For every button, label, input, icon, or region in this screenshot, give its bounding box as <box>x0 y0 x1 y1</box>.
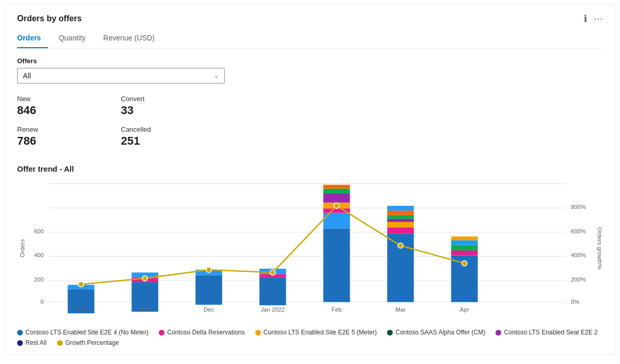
legend-label-6: Growth Percentage <box>65 339 119 346</box>
more-options-icon[interactable]: ⋯ <box>594 14 603 23</box>
growth-dot-jan <box>270 270 275 275</box>
svg-text:Orders: Orders <box>19 239 25 257</box>
tab-orders[interactable]: Orders <box>17 30 48 48</box>
legend-item-4: Contoso LTS Enabled Seat E2E 2 <box>495 329 598 336</box>
stat-cancelled-label: Cancelled <box>121 125 225 133</box>
dropdown-value: All <box>23 72 31 80</box>
chart-title: Offer trend - All <box>17 164 603 173</box>
stat-new-value: 846 <box>17 104 121 117</box>
legend-dot-4 <box>495 330 501 335</box>
stat-cancelled: Cancelled 251 <box>121 123 225 154</box>
stat-renew: Renew 786 <box>17 123 121 154</box>
svg-text:400%: 400% <box>571 252 586 258</box>
legend-label-0: Contoso LTS Enabled Site E2E 4 (No Meter… <box>25 329 148 336</box>
chevron-down-icon: ⌄ <box>214 72 219 79</box>
stat-cancelled-value: 251 <box>121 134 225 148</box>
bar-feb-red <box>323 185 350 188</box>
svg-text:0: 0 <box>40 299 44 305</box>
legend-label-1: Contoso Delta Reservations <box>167 329 244 336</box>
bar-feb-green <box>323 189 350 193</box>
bar-apr-orange <box>451 236 477 240</box>
legend-dot-5 <box>17 340 23 346</box>
growth-dot-feb <box>334 203 339 208</box>
chart-legend: Contoso LTS Enabled Site E2E 4 (No Meter… <box>17 329 603 346</box>
svg-text:Apr: Apr <box>460 306 469 313</box>
svg-text:Dec: Dec <box>203 306 214 313</box>
svg-text:400: 400 <box>34 252 44 258</box>
svg-text:Nov: Nov <box>140 306 150 313</box>
page-title: Orders by offers <box>17 14 81 23</box>
chart-section: Offer trend - All 0 200 400 600 Orders 0… <box>17 164 603 346</box>
tab-quantity[interactable]: Quantity <box>59 30 93 48</box>
stat-renew-value: 786 <box>17 134 121 148</box>
bar-mar-green <box>387 215 414 219</box>
offers-dropdown[interactable]: All ⌄ <box>17 68 225 83</box>
svg-text:Feb: Feb <box>332 306 341 313</box>
bar-jan-main <box>259 277 286 305</box>
stats-grid: New 846 Convert 33 Renew 786 Cancelled 2… <box>17 93 225 154</box>
svg-text:200%: 200% <box>571 276 586 283</box>
bar-apr-green <box>451 245 477 250</box>
info-icon[interactable]: ℹ <box>584 14 587 23</box>
growth-dot-dec <box>206 267 211 272</box>
bar-feb-main <box>323 228 350 302</box>
svg-text:0%: 0% <box>571 299 579 305</box>
svg-text:600%: 600% <box>571 228 586 234</box>
bar-mar-orange <box>387 222 414 227</box>
bar-mar-red <box>387 211 414 215</box>
tab-revenue[interactable]: Revenue (USD) <box>103 30 162 48</box>
stat-renew-label: Renew <box>17 125 121 133</box>
stat-convert: Convert 33 <box>121 93 225 123</box>
legend-dot-3 <box>387 330 393 335</box>
legend-item-0: Contoso LTS Enabled Site E2E 4 (No Meter… <box>17 329 148 336</box>
bar-mar-pink <box>387 227 414 233</box>
stat-new-label: New <box>17 95 121 103</box>
svg-text:600: 600 <box>34 228 44 234</box>
legend-dot-1 <box>159 330 164 335</box>
svg-text:800%: 800% <box>571 204 586 210</box>
stat-convert-label: Convert <box>121 95 225 103</box>
svg-text:Orders growth%: Orders growth% <box>597 227 603 270</box>
svg-text:Oct: Oct <box>76 306 86 313</box>
legend-item-1: Contoso Delta Reservations <box>159 329 244 336</box>
legend-item-6: Growth Percentage <box>57 339 119 346</box>
legend-label-4: Contoso LTS Enabled Seat E2E 2 <box>504 329 598 336</box>
legend-item-3: Contoso SAAS Alpha Offer (CM) <box>387 329 485 336</box>
stat-convert-value: 33 <box>121 104 225 117</box>
svg-text:200: 200 <box>34 276 44 283</box>
legend-label-2: Contoso LTS Enabled Site E2E 5 (Meter) <box>264 329 377 336</box>
svg-text:Mar: Mar <box>395 306 406 313</box>
growth-dot-mar <box>398 243 403 248</box>
legend-label-3: Contoso SAAS Alpha Offer (CM) <box>395 329 485 336</box>
bar-mar-purple <box>387 219 414 222</box>
bar-apr-pink <box>451 250 477 255</box>
stat-new: New 846 <box>17 93 121 123</box>
legend-dot-6 <box>57 340 63 346</box>
tab-bar: Orders Quantity Revenue (USD) <box>17 30 603 49</box>
chart-svg: 0 200 400 600 Orders 0% 200% 400% 600% 8… <box>17 178 603 324</box>
bar-mar-light <box>387 206 414 211</box>
bar-apr-light <box>451 240 477 245</box>
offers-label: Offers <box>17 57 603 65</box>
growth-dot-oct <box>78 282 84 287</box>
growth-dot-nov <box>142 276 147 281</box>
legend-dot-2 <box>255 330 261 335</box>
legend-item-2: Contoso LTS Enabled Site E2E 5 (Meter) <box>255 329 377 336</box>
chart-area: 0 200 400 600 Orders 0% 200% 400% 600% 8… <box>17 178 603 324</box>
svg-text:Jan 2022: Jan 2022 <box>260 306 284 313</box>
legend-item-5: Rest All <box>17 339 47 346</box>
bar-dec-main <box>196 275 222 305</box>
legend-dot-0 <box>17 330 23 335</box>
bar-feb-purple <box>323 193 350 203</box>
growth-dot-apr <box>462 261 467 266</box>
legend-label-5: Rest All <box>25 339 47 346</box>
